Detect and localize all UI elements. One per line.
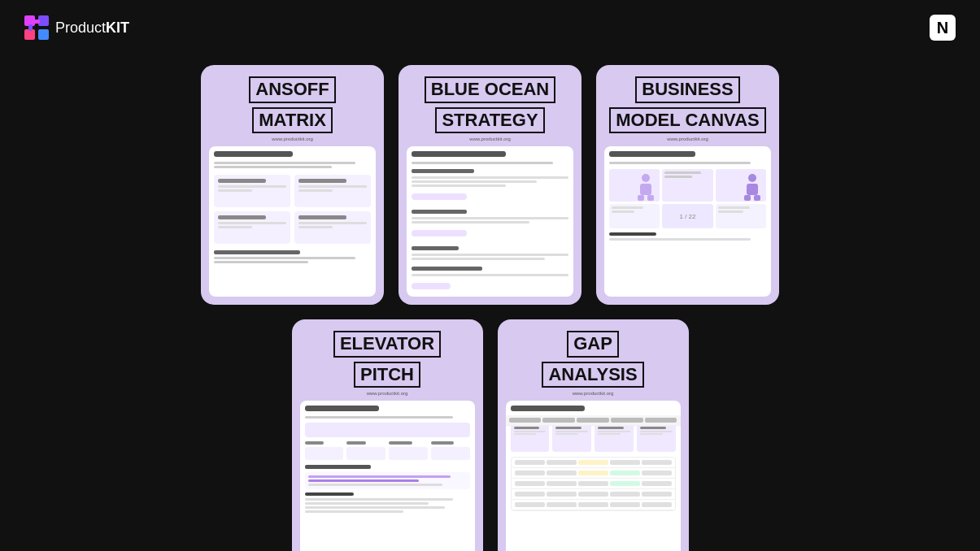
business-model-canvas-title: BUSINESS MODEL CANVAS [609,76,765,134]
elevator-pitch-card[interactable]: ELEVATOR PITCH www.productkit.org [292,319,483,551]
elevator-pitch-url: www.productkit.org [367,391,408,396]
svg-rect-0 [24,15,35,26]
svg-rect-1 [38,15,49,26]
svg-rect-5 [28,24,33,31]
business-model-canvas-card[interactable]: BUSINESS MODEL CANVAS www.productkit.org [596,65,779,305]
svg-point-6 [642,174,650,182]
row-1: ANSOFF MATRIX www.productkit.org [201,65,779,305]
blue-ocean-url: www.productkit.org [469,137,511,141]
svg-rect-4 [33,20,40,24]
svg-rect-9 [647,195,654,201]
cards-container: ANSOFF MATRIX www.productkit.org [0,65,980,551]
notion-icon[interactable]: N [930,15,956,41]
ansoff-content [209,146,376,297]
gap-analysis-card[interactable]: GAP ANALYSIS www.productkit.org [498,319,689,551]
row-2: ELEVATOR PITCH www.productkit.org [292,319,689,551]
elevator-pitch-content [300,401,475,551]
svg-rect-7 [640,184,651,195]
ansoff-url: www.productkit.org [272,137,313,141]
ansoff-matrix-title: ANSOFF MATRIX [249,76,335,134]
logo-text: ProductKIT [55,20,129,37]
business-model-canvas-url: www.productkit.org [667,137,708,141]
svg-point-10 [748,174,756,182]
blue-ocean-title: BLUE OCEAN STRATEGY [425,76,555,134]
gap-analysis-content [506,401,681,551]
gap-analysis-url: www.productkit.org [573,391,614,396]
svg-rect-12 [744,195,751,201]
elevator-pitch-title: ELEVATOR PITCH [333,331,441,388]
svg-rect-11 [747,184,758,195]
svg-rect-13 [754,195,760,201]
gap-analysis-title: GAP ANALYSIS [542,331,643,388]
svg-rect-8 [638,195,644,201]
svg-rect-2 [24,29,35,40]
ansoff-matrix-card[interactable]: ANSOFF MATRIX www.productkit.org [201,65,384,305]
business-model-canvas-content: 1 / 22 [604,146,771,297]
logo: ProductKIT [24,15,129,40]
svg-rect-3 [38,29,49,40]
blue-ocean-content [407,146,573,297]
logo-icon [24,15,49,40]
blue-ocean-strategy-card[interactable]: BLUE OCEAN STRATEGY www.productkit.org [399,65,581,305]
header: ProductKIT N [0,15,980,41]
